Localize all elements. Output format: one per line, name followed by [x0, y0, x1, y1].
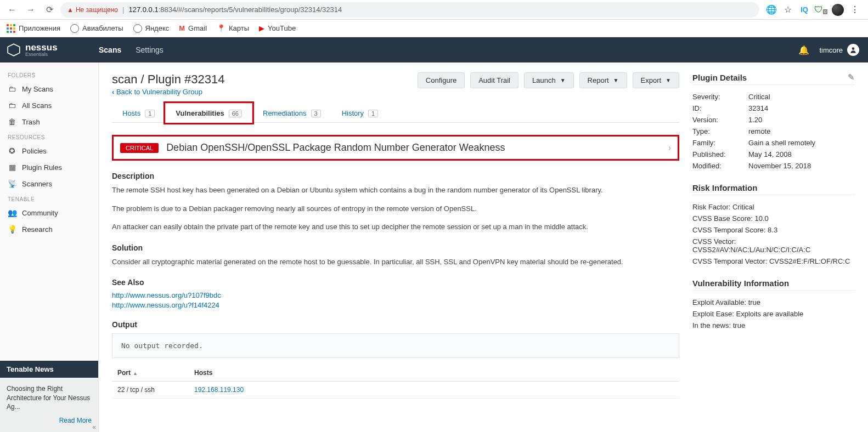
sidebar-heading-tenable: TENABLE — [0, 192, 98, 204]
sidebar-item-trash[interactable]: 🗑Trash — [0, 113, 98, 130]
sidebar-item-community[interactable]: 👥Community — [0, 204, 98, 221]
sort-icon: ▲ — [133, 371, 138, 376]
tabs: Hosts1 Vulnerabilities66 Remediations3 H… — [112, 103, 679, 123]
description-text: The remote SSH host key has been generat… — [112, 185, 679, 232]
edit-icon[interactable]: ✎ — [848, 72, 855, 82]
page-title: scan / Plugin #32314 — [112, 72, 225, 87]
output-heading: Output — [112, 320, 679, 329]
back-link[interactable]: Back to Vulnerability Group — [112, 88, 225, 96]
radar-icon: 📡 — [8, 179, 16, 188]
output-box: No output recorded. — [112, 333, 679, 358]
chevron-down-icon: ▼ — [666, 77, 671, 83]
plugin-icon: ▦ — [8, 163, 16, 172]
host-link[interactable]: 192.168.119.130 — [189, 382, 679, 399]
vulnerability-header[interactable]: CRITICAL Debian OpenSSH/OpenSSL Package … — [112, 135, 679, 161]
sidebar-collapse-icon[interactable]: « — [92, 423, 96, 431]
folder-icon: 🗀 — [8, 101, 16, 110]
sidebar-item-research[interactable]: 💡Research — [0, 221, 98, 237]
forward-icon[interactable]: → — [23, 2, 38, 18]
solution-heading: Solution — [112, 243, 679, 252]
cvss-base: CVSS Base Score: 10.0 — [692, 214, 855, 223]
tab-hosts[interactable]: Hosts1 — [112, 103, 165, 123]
bookmarks-bar: Приложения Авиабилеты Яндекс MGmail 📍Кар… — [0, 20, 868, 37]
sidebar: FOLDERS 🗀My Scans 🗀All Scans 🗑Trash RESO… — [0, 62, 99, 432]
sidebar-item-policies[interactable]: ✪Policies — [0, 143, 98, 159]
tab-vulnerabilities[interactable]: Vulnerabilities66 — [165, 103, 252, 123]
vuln-info-heading: Vulnerability Information — [692, 278, 855, 291]
user-menu[interactable]: timcore — [819, 44, 859, 56]
address-bar[interactable]: ▲Не защищено | 127.0.0.1:8834/#/scans/re… — [60, 2, 759, 18]
port-cell: 22 / tcp / ssh — [112, 382, 189, 399]
bookmark-avia[interactable]: Авиабилеты — [70, 24, 123, 33]
vulnerability-title: Debian OpenSSH/OpenSSL Package Random Nu… — [166, 142, 661, 154]
plugin-details-heading: Plugin Details✎ — [692, 72, 855, 85]
extension-shield-icon[interactable]: 🛡0 — [815, 4, 826, 15]
risk-factor: Risk Factor: Critical — [692, 203, 855, 211]
folder-icon: 🗀 — [8, 84, 16, 93]
lightbulb-icon: 💡 — [8, 225, 16, 234]
bookmark-gmail[interactable]: MGmail — [179, 24, 207, 32]
audit-trail-button[interactable]: Audit Trail — [470, 72, 518, 88]
in-the-news: In the news: true — [692, 321, 855, 329]
seealso-link-2[interactable]: http://www.nessus.org/u?f14f4224 — [112, 301, 679, 309]
profile-avatar[interactable] — [832, 4, 844, 16]
tab-remediations[interactable]: Remediations3 — [252, 103, 331, 123]
svg-marker-0 — [8, 44, 20, 56]
logo-icon — [7, 43, 21, 57]
bookmark-youtube[interactable]: ▶YouTube — [259, 24, 296, 32]
news-body: Choosing the Right Architecture for Your… — [0, 378, 98, 432]
chevron-down-icon: ▼ — [560, 77, 566, 83]
sidebar-item-plugin-rules[interactable]: ▦Plugin Rules — [0, 159, 98, 175]
sidebar-item-scanners[interactable]: 📡Scanners — [0, 175, 98, 192]
nav-settings[interactable]: Settings — [136, 46, 164, 54]
launch-button[interactable]: Launch▼ — [524, 72, 574, 88]
news-header: Tenable News — [0, 361, 98, 378]
nav-scans[interactable]: Scans — [99, 46, 121, 54]
svg-point-1 — [852, 47, 855, 50]
bell-icon[interactable]: 🔔 — [798, 45, 809, 55]
browser-toolbar: ← → ⟳ ▲Не защищено | 127.0.0.1:8834/#/sc… — [0, 0, 868, 20]
configure-button[interactable]: Configure — [418, 72, 465, 88]
chevron-right-icon: › — [668, 143, 671, 153]
translate-icon[interactable]: 🌐 — [766, 4, 777, 15]
logo[interactable]: nessusEssentials — [7, 43, 99, 57]
bookmark-yandex[interactable]: Яндекс — [133, 24, 170, 33]
cvss-temporal-vector: CVSS Temporal Vector: CVSS2#E:F/RL:OF/RC… — [692, 257, 855, 265]
table-row: 22 / tcp / ssh 192.168.119.130 — [112, 382, 679, 399]
export-button[interactable]: Export▼ — [633, 72, 679, 88]
bookmark-apps[interactable]: Приложения — [7, 24, 60, 33]
tab-history[interactable]: History1 — [331, 103, 389, 123]
report-button[interactable]: Report▼ — [579, 72, 627, 88]
not-secure-warning: ▲Не защищено — [67, 6, 118, 14]
back-icon[interactable]: ← — [4, 2, 20, 18]
cvss-vector: CVSS Vector: CVSS2#AV:N/AC:L/Au:N/C:C/I:… — [692, 237, 855, 254]
description-heading: Description — [112, 172, 679, 180]
bookmark-maps[interactable]: 📍Карты — [217, 24, 249, 32]
exploit-ease: Exploit Ease: Exploits are available — [692, 310, 855, 318]
people-icon: 👥 — [8, 208, 16, 217]
risk-info-heading: Risk Information — [692, 183, 855, 195]
sidebar-item-all-scans[interactable]: 🗀All Scans — [0, 97, 98, 113]
app-topbar: nessusEssentials Scans Settings 🔔 timcor… — [0, 37, 868, 62]
output-table: Port▲ Hosts 22 / tcp / ssh 192.168.119.1… — [112, 365, 679, 399]
seealso-link-1[interactable]: http://www.nessus.org/u?107f9bdc — [112, 291, 679, 299]
chevron-down-icon: ▼ — [613, 77, 619, 83]
exploit-available: Exploit Available: true — [692, 298, 855, 306]
shield-icon: ✪ — [8, 146, 16, 155]
sidebar-item-my-scans[interactable]: 🗀My Scans — [0, 81, 98, 97]
solution-text: Consider all cryptographic material gene… — [112, 257, 679, 268]
cvss-temporal: CVSS Temporal Score: 8.3 — [692, 226, 855, 234]
seealso-heading: See Also — [112, 278, 679, 287]
trash-icon: 🗑 — [8, 117, 16, 126]
reload-icon[interactable]: ⟳ — [42, 2, 57, 18]
col-hosts[interactable]: Hosts — [189, 365, 679, 382]
kebab-menu-icon[interactable]: ⋮ — [849, 4, 860, 15]
user-icon — [847, 44, 859, 56]
news-read-more[interactable]: Read More — [7, 416, 92, 425]
severity-badge: CRITICAL — [120, 143, 159, 153]
extension-iq-icon[interactable]: IQ — [799, 4, 810, 15]
col-port[interactable]: Port▲ — [112, 365, 189, 382]
sidebar-heading-resources: RESOURCES — [0, 130, 98, 143]
star-icon[interactable]: ☆ — [782, 4, 793, 15]
url-text: 127.0.0.1:8834/#/scans/reports/5/vulnera… — [128, 5, 342, 14]
